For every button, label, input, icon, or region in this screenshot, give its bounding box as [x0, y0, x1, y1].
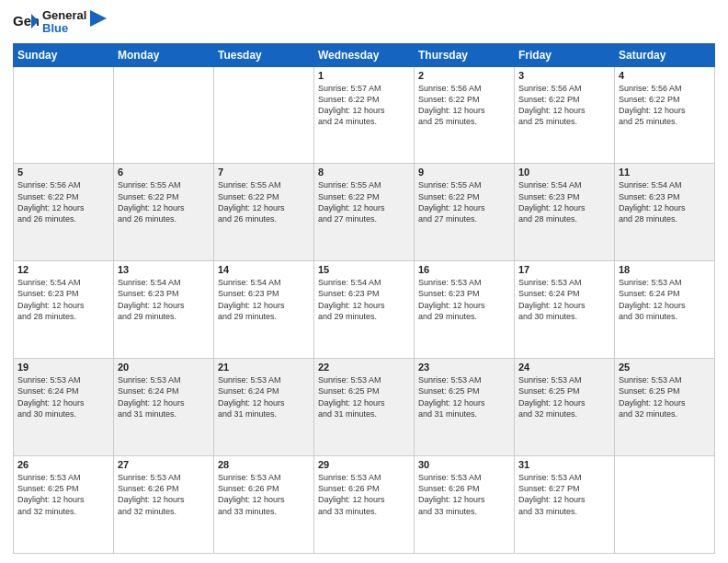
calendar-day-11: 11Sunrise: 5:54 AM Sunset: 6:23 PM Dayli… [615, 164, 715, 261]
calendar-day-17: 17Sunrise: 5:53 AM Sunset: 6:24 PM Dayli… [515, 261, 615, 359]
weekday-header-wednesday: Wednesday [314, 43, 415, 66]
weekday-header-saturday: Saturday [615, 43, 715, 66]
calendar-day-20: 20Sunrise: 5:53 AM Sunset: 6:24 PM Dayli… [114, 359, 214, 456]
calendar-empty-cell [214, 66, 314, 164]
calendar-week-row: 26Sunrise: 5:53 AM Sunset: 6:25 PM Dayli… [14, 456, 715, 554]
day-number: 28 [218, 459, 310, 470]
day-number: 6 [118, 167, 210, 178]
day-content: Sunrise: 5:55 AM Sunset: 6:22 PM Dayligh… [218, 179, 310, 224]
calendar-day-29: 29Sunrise: 5:53 AM Sunset: 6:26 PM Dayli… [314, 456, 415, 554]
day-content: Sunrise: 5:53 AM Sunset: 6:23 PM Dayligh… [418, 277, 510, 322]
logo-general: General [42, 8, 86, 22]
calendar-day-6: 6Sunrise: 5:55 AM Sunset: 6:22 PM Daylig… [114, 164, 214, 261]
day-number: 18 [619, 264, 711, 275]
weekday-header-thursday: Thursday [415, 43, 515, 66]
calendar-day-14: 14Sunrise: 5:54 AM Sunset: 6:23 PM Dayli… [214, 261, 314, 359]
day-number: 3 [518, 70, 610, 81]
weekday-header-tuesday: Tuesday [214, 43, 314, 66]
day-number: 1 [318, 70, 410, 81]
calendar-day-18: 18Sunrise: 5:53 AM Sunset: 6:24 PM Dayli… [615, 261, 715, 359]
day-content: Sunrise: 5:53 AM Sunset: 6:26 PM Dayligh… [118, 472, 210, 517]
calendar-day-31: 31Sunrise: 5:53 AM Sunset: 6:27 PM Dayli… [515, 456, 615, 554]
calendar-week-row: 1Sunrise: 5:57 AM Sunset: 6:22 PM Daylig… [14, 66, 715, 164]
calendar-day-27: 27Sunrise: 5:53 AM Sunset: 6:26 PM Dayli… [114, 456, 214, 554]
calendar-day-19: 19Sunrise: 5:53 AM Sunset: 6:24 PM Dayli… [14, 359, 114, 456]
calendar-week-row: 12Sunrise: 5:54 AM Sunset: 6:23 PM Dayli… [14, 261, 715, 359]
calendar-empty-cell [615, 456, 715, 554]
day-number: 8 [318, 167, 410, 178]
day-number: 2 [418, 70, 510, 81]
calendar-day-28: 28Sunrise: 5:53 AM Sunset: 6:26 PM Dayli… [214, 456, 314, 554]
logo: General General Blue [13, 9, 107, 36]
day-content: Sunrise: 5:56 AM Sunset: 6:22 PM Dayligh… [17, 179, 109, 224]
calendar-day-5: 5Sunrise: 5:56 AM Sunset: 6:22 PM Daylig… [14, 164, 114, 261]
day-content: Sunrise: 5:53 AM Sunset: 6:25 PM Dayligh… [418, 374, 510, 419]
day-number: 25 [619, 362, 711, 373]
calendar-day-3: 3Sunrise: 5:56 AM Sunset: 6:22 PM Daylig… [515, 66, 615, 164]
day-number: 4 [619, 70, 711, 81]
calendar-week-row: 19Sunrise: 5:53 AM Sunset: 6:24 PM Dayli… [14, 359, 715, 456]
day-number: 30 [418, 459, 510, 470]
calendar-day-21: 21Sunrise: 5:53 AM Sunset: 6:24 PM Dayli… [214, 359, 314, 456]
day-number: 9 [418, 167, 510, 178]
calendar-day-4: 4Sunrise: 5:56 AM Sunset: 6:22 PM Daylig… [615, 66, 715, 164]
day-content: Sunrise: 5:53 AM Sunset: 6:25 PM Dayligh… [318, 374, 410, 419]
day-content: Sunrise: 5:56 AM Sunset: 6:22 PM Dayligh… [418, 83, 510, 128]
day-number: 11 [619, 167, 711, 178]
day-number: 5 [17, 167, 109, 178]
weekday-header-friday: Friday [515, 43, 615, 66]
day-number: 23 [418, 362, 510, 373]
calendar-day-1: 1Sunrise: 5:57 AM Sunset: 6:22 PM Daylig… [314, 66, 415, 164]
day-content: Sunrise: 5:56 AM Sunset: 6:22 PM Dayligh… [518, 83, 610, 128]
day-content: Sunrise: 5:53 AM Sunset: 6:24 PM Dayligh… [17, 374, 109, 419]
calendar-day-16: 16Sunrise: 5:53 AM Sunset: 6:23 PM Dayli… [415, 261, 515, 359]
calendar-empty-cell [114, 66, 214, 164]
calendar-week-row: 5Sunrise: 5:56 AM Sunset: 6:22 PM Daylig… [14, 164, 715, 261]
day-content: Sunrise: 5:53 AM Sunset: 6:25 PM Dayligh… [17, 472, 109, 517]
day-number: 29 [318, 459, 410, 470]
day-number: 24 [518, 362, 610, 373]
logo-arrow-icon [90, 10, 107, 27]
day-number: 26 [17, 459, 109, 470]
calendar-day-9: 9Sunrise: 5:55 AM Sunset: 6:22 PM Daylig… [415, 164, 515, 261]
day-content: Sunrise: 5:53 AM Sunset: 6:24 PM Dayligh… [518, 277, 610, 322]
logo-icon: General [13, 12, 39, 32]
page: General General Blue SundayMondayTuesday… [0, 0, 728, 563]
day-number: 22 [318, 362, 410, 373]
calendar-day-13: 13Sunrise: 5:54 AM Sunset: 6:23 PM Dayli… [114, 261, 214, 359]
calendar-day-15: 15Sunrise: 5:54 AM Sunset: 6:23 PM Dayli… [314, 261, 415, 359]
day-content: Sunrise: 5:56 AM Sunset: 6:22 PM Dayligh… [619, 83, 711, 128]
day-content: Sunrise: 5:55 AM Sunset: 6:22 PM Dayligh… [418, 179, 510, 224]
day-content: Sunrise: 5:53 AM Sunset: 6:26 PM Dayligh… [418, 472, 510, 517]
day-content: Sunrise: 5:53 AM Sunset: 6:26 PM Dayligh… [318, 472, 410, 517]
day-number: 13 [118, 264, 210, 275]
day-content: Sunrise: 5:54 AM Sunset: 6:23 PM Dayligh… [318, 277, 410, 322]
day-content: Sunrise: 5:53 AM Sunset: 6:24 PM Dayligh… [619, 277, 711, 322]
day-number: 14 [218, 264, 310, 275]
day-content: Sunrise: 5:53 AM Sunset: 6:24 PM Dayligh… [118, 374, 210, 419]
day-number: 15 [318, 264, 410, 275]
calendar-day-22: 22Sunrise: 5:53 AM Sunset: 6:25 PM Dayli… [314, 359, 415, 456]
weekday-header-sunday: Sunday [14, 43, 114, 66]
weekday-header-monday: Monday [114, 43, 214, 66]
calendar-empty-cell [14, 66, 114, 164]
calendar-day-23: 23Sunrise: 5:53 AM Sunset: 6:25 PM Dayli… [415, 359, 515, 456]
day-content: Sunrise: 5:54 AM Sunset: 6:23 PM Dayligh… [619, 179, 711, 224]
day-number: 31 [518, 459, 610, 470]
day-number: 16 [418, 264, 510, 275]
calendar-day-2: 2Sunrise: 5:56 AM Sunset: 6:22 PM Daylig… [415, 66, 515, 164]
logo-blue: Blue [42, 21, 68, 35]
day-content: Sunrise: 5:54 AM Sunset: 6:23 PM Dayligh… [218, 277, 310, 322]
calendar-table: SundayMondayTuesdayWednesdayThursdayFrid… [13, 43, 715, 554]
calendar-day-30: 30Sunrise: 5:53 AM Sunset: 6:26 PM Dayli… [415, 456, 515, 554]
day-number: 7 [218, 167, 310, 178]
day-content: Sunrise: 5:54 AM Sunset: 6:23 PM Dayligh… [118, 277, 210, 322]
day-content: Sunrise: 5:55 AM Sunset: 6:22 PM Dayligh… [318, 179, 410, 224]
day-content: Sunrise: 5:54 AM Sunset: 6:23 PM Dayligh… [17, 277, 109, 322]
calendar-day-12: 12Sunrise: 5:54 AM Sunset: 6:23 PM Dayli… [14, 261, 114, 359]
calendar-day-26: 26Sunrise: 5:53 AM Sunset: 6:25 PM Dayli… [14, 456, 114, 554]
day-content: Sunrise: 5:53 AM Sunset: 6:27 PM Dayligh… [518, 472, 610, 517]
day-content: Sunrise: 5:54 AM Sunset: 6:23 PM Dayligh… [518, 179, 610, 224]
day-content: Sunrise: 5:53 AM Sunset: 6:25 PM Dayligh… [518, 374, 610, 419]
day-number: 17 [518, 264, 610, 275]
